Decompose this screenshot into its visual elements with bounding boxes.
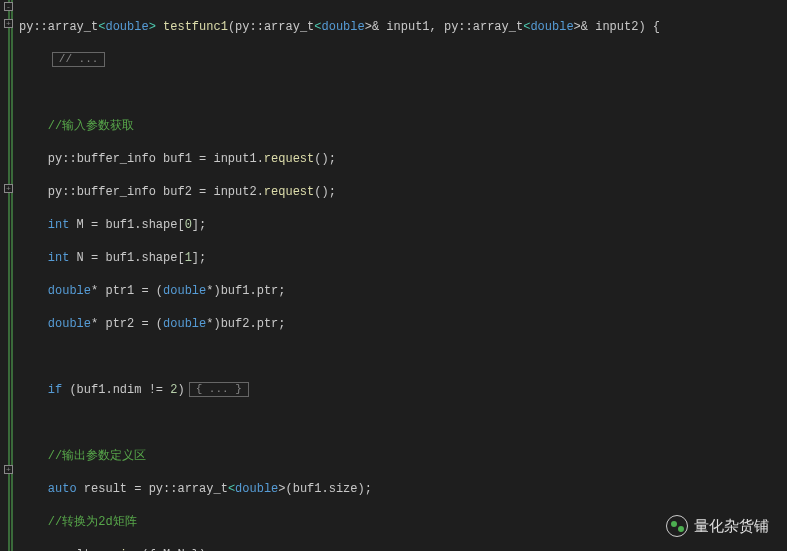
fold-toggle-collapsed[interactable]: + bbox=[4, 184, 13, 193]
code-line: py::buffer_info buf2 = input2.request(); bbox=[19, 184, 787, 201]
code-editor: - + + + py::array_t<double> testfunc1(py… bbox=[0, 0, 787, 551]
fold-toggle[interactable]: - bbox=[4, 2, 13, 11]
code-line: //输入参数获取 bbox=[19, 118, 787, 135]
fold-toggle-collapsed[interactable]: + bbox=[4, 19, 13, 28]
code-line: auto result = py::array_t<double>(buf1.s… bbox=[19, 481, 787, 498]
code-line: //输出参数定义区 bbox=[19, 448, 787, 465]
code-line: int N = buf1.shape[1]; bbox=[19, 250, 787, 267]
watermark: 量化杂货铺 bbox=[666, 515, 769, 537]
code-line: int M = buf1.shape[0]; bbox=[19, 217, 787, 234]
code-line: result.resize({ M,N }); bbox=[19, 547, 787, 552]
fold-toggle-collapsed[interactable]: + bbox=[4, 465, 13, 474]
code-line: double* ptr2 = (double*)buf2.ptr; bbox=[19, 316, 787, 333]
collapsed-region[interactable]: // ... bbox=[52, 52, 106, 67]
wechat-icon bbox=[666, 515, 688, 537]
collapsed-region[interactable]: { ... } bbox=[189, 382, 249, 397]
code-line: double* ptr1 = (double*)buf1.ptr; bbox=[19, 283, 787, 300]
code-line: // ... bbox=[19, 52, 787, 69]
fold-gutter: - + + + bbox=[0, 0, 15, 551]
code-area[interactable]: py::array_t<double> testfunc1(py::array_… bbox=[15, 0, 787, 551]
code-line: if (buf1.ndim != 2){ ... } bbox=[19, 382, 787, 399]
code-line: py::buffer_info buf1 = input1.request(); bbox=[19, 151, 787, 168]
code-line: py::array_t<double> testfunc1(py::array_… bbox=[19, 19, 787, 36]
watermark-text: 量化杂货铺 bbox=[694, 517, 769, 536]
